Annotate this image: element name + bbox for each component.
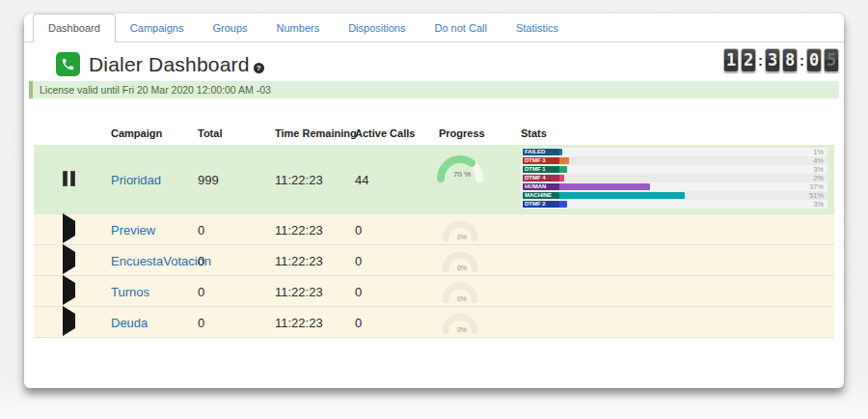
campaign-row-encuestavotacion: EncuestaVotacion011:22:230 0% xyxy=(34,245,834,276)
column-header-active-calls: Active Calls xyxy=(355,127,415,139)
progress-gauge: 70 % xyxy=(433,153,487,182)
time-remaining-cell: 11:22:23 xyxy=(275,285,323,299)
help-icon[interactable]: ? xyxy=(254,63,264,73)
flip-clock: 12:38:05 xyxy=(722,48,840,72)
svg-text:0%: 0% xyxy=(457,234,467,240)
campaign-link[interactable]: Prioridad xyxy=(111,173,161,187)
play-button[interactable] xyxy=(63,221,75,236)
progress-gauge: 0% xyxy=(437,279,483,303)
svg-text:0%: 0% xyxy=(457,326,467,333)
clock-digit: 8 xyxy=(782,48,798,72)
tab-statistics[interactable]: Statistics xyxy=(502,14,573,42)
active-calls-cell: 0 xyxy=(355,285,362,299)
progress-cell: 0% xyxy=(431,279,489,306)
stat-chip-label: DTMF 3 xyxy=(523,157,559,164)
clock-digit: 2 xyxy=(741,48,756,72)
play-button[interactable] xyxy=(63,252,75,266)
column-header-campaign: Campaign xyxy=(111,127,162,139)
stat-line-dtmf-4: DTMF 42% xyxy=(521,174,827,182)
campaign-link[interactable]: Turnos xyxy=(111,285,149,299)
column-header-total: Total xyxy=(198,127,222,139)
column-header-progress: Progress xyxy=(439,127,485,139)
page-header: Dialer Dashboard ? xyxy=(56,52,264,76)
stat-chip-label: DTMF 4 xyxy=(523,175,559,182)
total-cell: 0 xyxy=(198,254,204,268)
time-remaining-cell: 11:22:23 xyxy=(275,254,323,268)
tab-groups[interactable]: Groups xyxy=(198,14,261,42)
progress-gauge: 0% xyxy=(437,310,483,334)
campaign-link[interactable]: Deuda xyxy=(111,316,148,330)
progress-gauge: 0% xyxy=(437,248,483,272)
svg-text:0%: 0% xyxy=(457,295,467,302)
tab-numbers[interactable]: Numbers xyxy=(262,14,335,42)
pause-button[interactable] xyxy=(63,171,78,186)
campaign-row-turnos: Turnos011:22:230 0% xyxy=(34,276,834,307)
clock-digit: 1 xyxy=(723,48,739,72)
total-cell: 0 xyxy=(198,285,204,299)
tab-dispositions[interactable]: Dispositions xyxy=(334,14,420,42)
stat-line-dtmf-1: DTMF 13% xyxy=(521,165,827,174)
campaign-row-prioridad: Prioridad99911:22:2344 70 %FAILED1%DTMF … xyxy=(34,145,834,214)
progress-cell: 0% xyxy=(431,310,489,337)
active-calls-cell: 0 xyxy=(355,223,362,237)
tab-dashboard[interactable]: Dashboard xyxy=(33,14,116,42)
stat-percent: 3% xyxy=(813,165,824,174)
license-banner: License valid until Fri 20 Mar 2020 12:0… xyxy=(29,81,839,98)
time-remaining-cell: 11:22:23 xyxy=(275,316,323,330)
column-header-stats: Stats xyxy=(521,127,547,139)
stats-chart: FAILED1%DTMF 34%DTMF 13%DTMF 42%HUMAN37%… xyxy=(521,148,827,209)
stat-percent: 4% xyxy=(813,156,824,165)
dashboard-card: DashboardCampaignsGroupsNumbersDispositi… xyxy=(24,14,844,388)
svg-text:0%: 0% xyxy=(457,265,467,271)
time-remaining-cell: 11:22:23 xyxy=(275,223,323,237)
tab-do-not-call[interactable]: Do not Call xyxy=(420,14,501,42)
clock-digit: 5 xyxy=(824,48,839,72)
nav-tabbar: DashboardCampaignsGroupsNumbersDispositi… xyxy=(24,14,844,42)
clock-digit: 0 xyxy=(806,48,822,72)
tab-campaigns[interactable]: Campaigns xyxy=(116,14,199,42)
stat-percent: 51% xyxy=(809,191,824,200)
stat-line-dtmf-2: DTMF 23% xyxy=(521,200,827,209)
total-cell: 0 xyxy=(198,223,204,237)
progress-gauge: 0% xyxy=(437,217,483,241)
stat-line-human: HUMAN37% xyxy=(521,182,827,191)
stat-percent: 37% xyxy=(809,182,824,191)
stat-chip-label: DTMF 1 xyxy=(523,166,559,173)
stat-line-machine: MACHINE51% xyxy=(521,191,827,200)
clock-colon: : xyxy=(758,52,763,69)
active-calls-cell: 0 xyxy=(355,254,362,268)
stat-chip-label: MACHINE xyxy=(523,192,559,199)
stat-line-failed: FAILED1% xyxy=(521,148,827,156)
campaign-link[interactable]: Preview xyxy=(111,223,155,237)
progress-cell: 0% xyxy=(431,248,489,275)
stat-percent: 3% xyxy=(813,200,824,209)
clock-digit: 3 xyxy=(765,48,780,72)
play-button[interactable] xyxy=(63,314,75,328)
progress-cell: 0% xyxy=(431,217,489,244)
page-title: Dialer Dashboard xyxy=(89,53,250,76)
stat-chip-label: HUMAN xyxy=(523,183,559,190)
stat-chip-label: FAILED xyxy=(523,149,559,155)
campaign-link[interactable]: EncuestaVotacion xyxy=(111,254,211,268)
total-cell: 999 xyxy=(198,173,219,187)
svg-text:70 %: 70 % xyxy=(453,170,471,179)
campaign-row-preview: Preview011:22:230 0% xyxy=(34,214,834,245)
stat-percent: 1% xyxy=(813,148,824,156)
column-header-time-remaining: Time Remaining xyxy=(275,127,357,139)
stat-chip-label: DTMF 2 xyxy=(523,201,559,208)
table-header: CampaignTotalTime RemainingActive CallsP… xyxy=(34,127,834,145)
time-remaining-cell: 11:22:23 xyxy=(275,173,323,187)
campaign-table: Prioridad99911:22:2344 70 %FAILED1%DTMF … xyxy=(34,145,834,338)
play-button[interactable] xyxy=(63,283,75,297)
campaign-row-deuda: Deuda011:22:230 0% xyxy=(34,307,834,338)
active-calls-cell: 0 xyxy=(355,316,362,330)
clock-colon: : xyxy=(800,52,804,69)
total-cell: 0 xyxy=(198,316,204,330)
phone-icon xyxy=(56,52,80,76)
stat-percent: 2% xyxy=(813,174,824,182)
progress-cell: 70 % xyxy=(431,153,489,185)
stat-line-dtmf-3: DTMF 34% xyxy=(521,156,827,165)
active-calls-cell: 44 xyxy=(355,173,368,187)
